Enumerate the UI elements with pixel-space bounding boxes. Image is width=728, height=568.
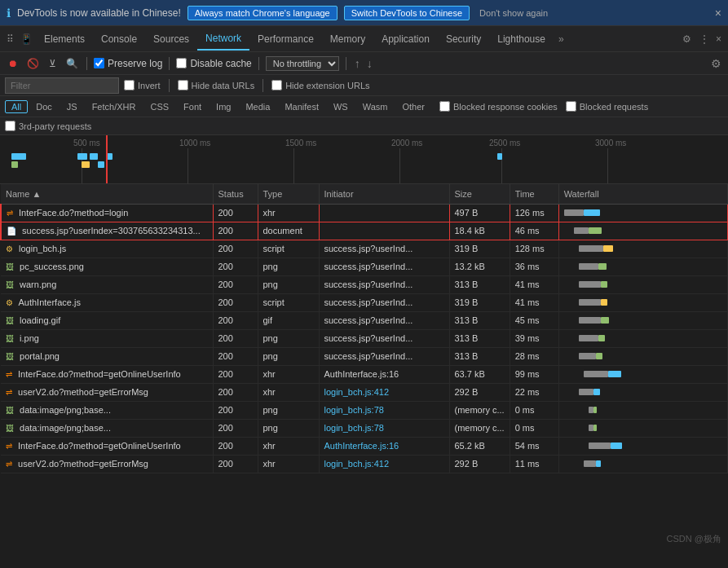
network-settings-icon[interactable]: ⚙ [709, 57, 723, 70]
initiator-text: success.jsp?userInd... [324, 297, 413, 307]
tab-memory[interactable]: Memory [322, 29, 373, 50]
hide-extension-label[interactable]: Hide extension URLs [271, 80, 369, 90]
blocked-cookies-label[interactable]: Blocked response cookies [439, 101, 558, 112]
type-img[interactable]: Img [210, 100, 237, 113]
cell-type: png [258, 401, 319, 419]
initiator-link[interactable]: login_bch.js:78 [324, 405, 384, 415]
tab-performance[interactable]: Performance [249, 29, 322, 50]
hide-data-urls-checkbox[interactable] [178, 80, 188, 90]
col-header-size[interactable]: Size [449, 184, 510, 204]
separator-6 [263, 79, 263, 92]
table-row[interactable]: 🖼 data:image/png;base... 200 png login_b… [1, 419, 728, 437]
wf-receiving-bar [593, 425, 597, 431]
timeline-bar-5 [90, 153, 98, 160]
wf-waiting-bar [579, 299, 601, 306]
tab-network[interactable]: Network [197, 28, 249, 51]
table-row[interactable]: ⇌ userV2.do?method=getErrorMsg 200 xhr l… [1, 383, 728, 401]
type-media[interactable]: Media [239, 100, 276, 113]
table-row[interactable]: ⇌ InterFace.do?method=getOnlineUserInfo … [1, 437, 728, 455]
clear-button[interactable]: 🚫 [24, 55, 41, 72]
search-button[interactable]: 🔍 [64, 55, 80, 72]
blocked-requests-label[interactable]: Blocked requests [566, 101, 648, 112]
more-options-icon[interactable]: ⋮ [699, 33, 709, 45]
type-ws[interactable]: WS [327, 100, 355, 113]
close-devtools-icon[interactable]: × [716, 33, 721, 45]
hide-data-urls-label[interactable]: Hide data URLs [178, 80, 255, 90]
table-row[interactable]: ⇌ InterFace.do?method=getOnlineUserInfo … [1, 365, 728, 383]
download-icon[interactable]: ↓ [365, 57, 374, 70]
tab-security[interactable]: Security [438, 29, 489, 50]
type-all[interactable]: All [5, 100, 28, 113]
table-row[interactable]: ⚙ AuthInterface.js 200 script success.js… [1, 293, 728, 311]
wf-receiving-bar [598, 335, 605, 341]
tab-elements[interactable]: Elements [36, 29, 93, 50]
type-font[interactable]: Font [177, 100, 208, 113]
blocked-cookies-checkbox[interactable] [439, 101, 450, 112]
throttle-select[interactable]: No throttling Fast 3G Slow 3G Offline [266, 56, 339, 71]
cell-time: 0 ms [510, 401, 558, 419]
responsive-icon[interactable]: 📱 [20, 33, 33, 45]
table-row[interactable]: 🖼 portal.png 200 png success.jsp?userInd… [1, 347, 728, 365]
file-name: InterFace.do?method=login [19, 208, 128, 218]
initiator-text: success.jsp?userInd... [324, 244, 413, 253]
col-header-waterfall[interactable]: Waterfall [558, 184, 727, 204]
table-row[interactable]: ⚙ login_bch.js 200 script success.jsp?us… [1, 240, 728, 258]
initiator-link[interactable]: login_bch.js:412 [324, 387, 390, 397]
type-wasm[interactable]: Wasm [356, 100, 395, 113]
table-row[interactable]: 🖼 i.png 200 png success.jsp?userInd... 3… [1, 329, 728, 347]
third-party-row: 3rd-party requests [0, 117, 728, 135]
type-doc[interactable]: Doc [29, 100, 59, 113]
record-button[interactable]: ⏺ [5, 55, 21, 72]
wf-receiving-bar [603, 245, 613, 252]
col-header-type[interactable]: Type [258, 184, 319, 204]
col-header-name[interactable]: Name ▲ [1, 184, 213, 204]
tab-more[interactable]: » [554, 33, 569, 45]
disable-cache-checkbox[interactable] [176, 58, 187, 68]
upload-icon[interactable]: ↑ [353, 57, 362, 70]
tab-sources[interactable]: Sources [145, 29, 197, 50]
tab-application[interactable]: Application [373, 29, 438, 50]
switch-to-chinese-button[interactable]: Switch DevTools to Chinese [344, 6, 470, 20]
cell-type: png [258, 419, 319, 437]
col-header-initiator[interactable]: Initiator [319, 184, 449, 204]
cell-name: 🖼 i.png [1, 329, 213, 347]
table-row[interactable]: 📄 success.jsp?userIndex=303765633234313.… [1, 222, 728, 240]
type-css[interactable]: CSS [143, 100, 175, 113]
table-row[interactable]: 🖼 warn.png 200 png success.jsp?userInd..… [1, 275, 728, 293]
preserve-log-label[interactable]: Preserve log [94, 58, 162, 69]
preserve-log-checkbox[interactable] [94, 58, 104, 68]
table-row[interactable]: 🖼 loading.gif 200 gif success.jsp?userIn… [1, 311, 728, 329]
tab-console[interactable]: Console [93, 29, 145, 50]
third-party-checkbox[interactable] [5, 121, 15, 131]
cell-waterfall [558, 365, 727, 383]
col-header-time[interactable]: Time [510, 184, 558, 204]
third-party-label[interactable]: 3rd-party requests [5, 121, 91, 131]
network-table[interactable]: Name ▲ Status Type Initiator Size Time W… [0, 184, 728, 545]
table-row[interactable]: 🖼 data:image/png;base... 200 png login_b… [1, 401, 728, 419]
invert-checkbox[interactable] [124, 80, 135, 90]
tab-lighthouse[interactable]: Lighthouse [489, 29, 554, 50]
filter-toggle-button[interactable]: ⊻ [44, 55, 60, 72]
type-fetch-xhr[interactable]: Fetch/XHR [86, 100, 143, 113]
info-bar-close-button[interactable]: × [715, 7, 721, 20]
table-row[interactable]: ⇌ userV2.do?method=getErrorMsg 200 xhr l… [1, 455, 728, 473]
filter-input[interactable] [5, 77, 119, 94]
invert-checkbox-label[interactable]: Invert [124, 80, 161, 90]
table-row[interactable]: ⇌ InterFace.do?method=login 200 xhr 497 … [1, 204, 728, 222]
cell-type: gif [258, 311, 319, 329]
type-manifest[interactable]: Manifest [278, 100, 325, 113]
type-other[interactable]: Other [395, 100, 431, 113]
initiator-link[interactable]: login_bch.js:412 [324, 459, 390, 469]
hide-extension-checkbox[interactable] [271, 80, 282, 90]
table-row[interactable]: 🖼 pc_success.png 200 png success.jsp?use… [1, 258, 728, 275]
type-js[interactable]: JS [60, 100, 84, 113]
settings-gear[interactable]: ⚙ [677, 33, 696, 45]
always-match-language-button[interactable]: Always match Chrome's language [188, 6, 338, 20]
dont-show-again-button[interactable]: Don't show again [479, 8, 548, 18]
disable-cache-label[interactable]: Disable cache [176, 58, 251, 69]
blocked-requests-checkbox[interactable] [566, 101, 576, 112]
col-header-status[interactable]: Status [213, 184, 258, 204]
wf-waiting-bar [579, 245, 603, 252]
initiator-link[interactable]: AuthInterface.js:16 [324, 441, 399, 451]
initiator-link[interactable]: login_bch.js:78 [324, 423, 384, 433]
